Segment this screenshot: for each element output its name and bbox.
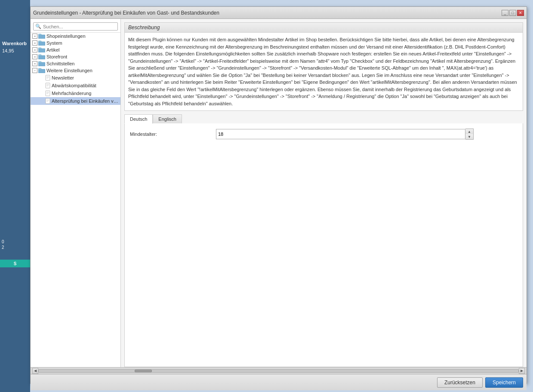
tabs-section: Deutsch Englisch [124, 114, 523, 123]
folder-icon-artikel [38, 47, 45, 52]
search-input[interactable] [43, 24, 116, 29]
folder-icon-shopeinstellungen [38, 34, 45, 39]
form-row-mindestalter: Mindestalter: ▲ ▼ [130, 129, 518, 140]
right-panel: Beschreibung Mit diesem Plugin können nu… [121, 19, 527, 367]
tree-label-storefront: Storefront [46, 54, 67, 59]
reset-button[interactable]: Zurücksetzen [437, 377, 483, 388]
folder-icon-system [38, 40, 45, 46]
svg-rect-11 [38, 68, 41, 70]
svg-rect-12 [46, 75, 50, 80]
left-sidebar: Warenkorb 14,95 [0, 0, 30, 392]
sidebar-stats: 0 2 [0, 237, 30, 250]
dialog-body: 🔍 + Shopeinstellungen + System [31, 19, 527, 367]
description-body: Mit diesem Plugin können nur Kunden mit … [125, 33, 523, 110]
spinner-buttons: ▲ ▼ [465, 129, 474, 140]
tree-toggle-weitere[interactable]: − [32, 68, 37, 73]
scrollbar-container: ◀ ▶ [31, 367, 527, 374]
svg-rect-10 [38, 69, 45, 73]
mindestalter-label: Mindestalter: [130, 132, 216, 137]
svg-rect-2 [38, 42, 45, 46]
tree-label-altersprufung: Altersprüfung bei Einkäufen vo... [52, 98, 119, 104]
close-button[interactable]: ✕ [517, 10, 524, 16]
doc-icon-altersprufung [45, 98, 50, 104]
tree-toggle-system[interactable]: + [32, 40, 37, 46]
tab-englisch[interactable]: Englisch [153, 114, 182, 123]
tree-label-artikel: Artikel [46, 47, 60, 52]
tree-label-schnittstellen: Schnittstellen [46, 61, 74, 66]
description-header: Beschreibung [125, 23, 523, 33]
svg-rect-7 [38, 55, 41, 56]
search-box: 🔍 [31, 21, 120, 33]
tree-item-newsletter[interactable]: Newsletter [31, 74, 120, 82]
main-dialog: Grundeinstellungen - Altersprüfung bei E… [30, 6, 527, 384]
tree-item-altersprufung[interactable]: Altersprüfung bei Einkäufen vo... [31, 97, 120, 105]
price-label: 14,95 [2, 48, 14, 53]
svg-rect-8 [38, 62, 45, 66]
tree-item-artikel[interactable]: + Artikel [31, 46, 120, 53]
svg-rect-6 [38, 55, 45, 59]
tree-label-system: System [46, 40, 62, 46]
tree-item-weitere-einstellungen[interactable]: − Weitere Einstellungen [31, 67, 120, 74]
title-buttons: _ □ ✕ [502, 10, 524, 16]
form-section: Mindestalter: ▲ ▼ [124, 123, 523, 367]
folder-icon-storefront [38, 54, 45, 59]
tree-toggle-storefront[interactable]: + [32, 54, 37, 59]
tree-item-schnittstellen[interactable]: + Schnittstellen [31, 60, 120, 67]
svg-rect-4 [38, 49, 45, 52]
description-section: Beschreibung Mit diesem Plugin können nu… [124, 22, 523, 111]
dialog-title: Grundeinstellungen - Altersprüfung bei E… [33, 10, 219, 16]
restore-button[interactable]: □ [509, 10, 516, 16]
teal-label: S [14, 261, 17, 266]
teal-bar: S [0, 260, 30, 267]
svg-rect-3 [38, 41, 41, 42]
svg-rect-24 [46, 98, 50, 104]
search-icon: 🔍 [35, 24, 41, 29]
svg-rect-5 [38, 48, 41, 49]
tab-deutsch[interactable]: Deutsch [124, 114, 153, 124]
svg-rect-0 [38, 35, 45, 39]
tree-label-mehrfach: Mehrfachänderung [52, 91, 91, 96]
svg-rect-16 [46, 83, 50, 88]
svg-rect-1 [38, 34, 41, 35]
scroll-thumb [135, 370, 152, 372]
tree-panel: 🔍 + Shopeinstellungen + System [31, 19, 121, 367]
tree-toggle-schnittstellen[interactable]: + [32, 61, 37, 66]
folder-icon-weitere [38, 68, 45, 73]
stat-2: 2 [0, 245, 30, 250]
doc-icon-mehrfach [45, 90, 50, 96]
doc-icon-newsletter [45, 75, 50, 81]
tree-label-newsletter: Newsletter [52, 75, 74, 80]
tree-item-shopeinstellungen[interactable]: + Shopeinstellungen [31, 33, 120, 40]
folder-icon-schnittstellen [38, 61, 45, 66]
tree-label-shopeinstellungen: Shopeinstellungen [46, 34, 86, 39]
tree-label-abwaerts: Abwärtskompatibilität [52, 83, 96, 88]
tree-item-storefront[interactable]: + Storefront [31, 53, 120, 60]
doc-icon-abwaerts [45, 83, 50, 89]
svg-rect-20 [46, 91, 50, 96]
mindestalter-input-wrap: ▲ ▼ [216, 129, 474, 140]
warenkorb-label: Warenkorb [2, 41, 27, 46]
spinner-up-button[interactable]: ▲ [465, 129, 473, 134]
scroll-left-arrow[interactable]: ◀ [32, 368, 38, 374]
spinner-down-button[interactable]: ▼ [465, 134, 473, 139]
bottom-bar: Zurücksetzen Speichern [31, 374, 527, 390]
tree-label-weitere: Weitere Einstellungen [46, 68, 92, 73]
tree-item-system[interactable]: + System [31, 40, 120, 46]
scroll-track[interactable] [38, 369, 519, 373]
tree-toggle-artikel[interactable]: + [32, 47, 37, 52]
save-button[interactable]: Speichern [485, 377, 523, 388]
tree-item-abwaerts[interactable]: Abwärtskompatibilität [31, 82, 120, 89]
title-bar: Grundeinstellungen - Altersprüfung bei E… [31, 7, 527, 19]
svg-rect-9 [38, 61, 41, 63]
mindestalter-input[interactable] [216, 129, 465, 139]
tabs-bar: Deutsch Englisch [124, 114, 523, 123]
stat-0: 0 [0, 239, 30, 245]
minimize-button[interactable]: _ [502, 10, 508, 16]
tree-toggle-shopeinstellungen[interactable]: + [32, 34, 37, 39]
search-input-wrap: 🔍 [33, 22, 118, 31]
tree-item-mehrfach[interactable]: Mehrfachänderung [31, 89, 120, 97]
scroll-right-arrow[interactable]: ▶ [519, 368, 525, 374]
